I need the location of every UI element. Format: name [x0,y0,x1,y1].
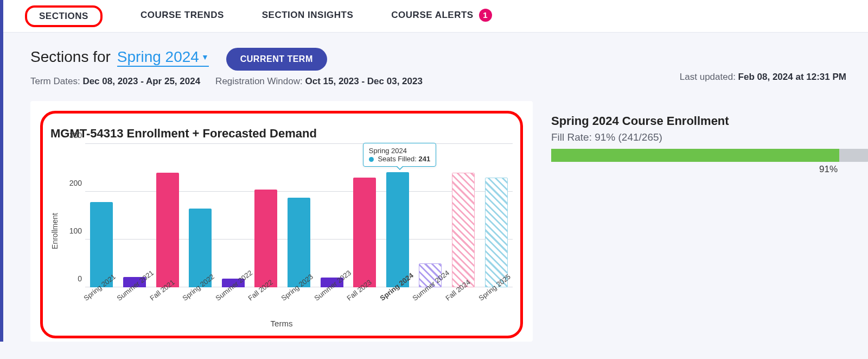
chart-bar[interactable] [156,173,179,287]
last-updated: Last updated: Feb 08, 2024 at 12:31 PM [680,72,846,83]
chart-bar[interactable] [485,178,508,287]
chart-y-tick: 200 [62,179,82,187]
chart-title: MGMT-54313 Enrollment + Forecasted Deman… [50,127,513,141]
last-updated-label: Last updated: [680,72,736,82]
tooltip-value: 241 [419,155,431,163]
chart-y-tick: 100 [62,226,82,235]
course-enrollment-title: Spring 2024 Course Enrollment [551,114,868,128]
chart-bar[interactable] [452,173,475,287]
term-select-value: Spring 2024 [117,48,199,66]
term-dates-label: Term Dates: [30,76,80,86]
chart-bar[interactable] [254,190,277,287]
registration-window: Registration Window: Oct 15, 2023 - Dec … [215,76,423,87]
tab-course-trends[interactable]: COURSE TRENDS [141,0,224,32]
last-updated-value: Feb 08, 2024 at 12:31 PM [738,72,846,82]
registration-window-label: Registration Window: [215,76,303,86]
registration-window-value: Oct 15, 2023 - Dec 03, 2023 [305,76,422,86]
fill-rate-progress-bar [551,149,868,162]
alerts-count-badge: 1 [479,9,492,22]
chevron-down-icon: ▼ [201,53,209,61]
chart-y-axis-label: Enrollment [50,213,59,249]
current-term-pill: CURRENT TERM [226,48,327,71]
tooltip-term: Spring 2024 [369,147,431,155]
tab-section-insights[interactable]: SECTION INSIGHTS [262,0,354,32]
term-dates: Term Dates: Dec 08, 2023 - Apr 25, 2024 [30,76,200,87]
fill-rate-progress-fill [551,149,839,162]
chart-y-tick: 0 [62,274,82,283]
enrollment-chart-highlight-box: MGMT-54313 Enrollment + Forecasted Deman… [40,111,523,338]
chart-tooltip: Spring 2024 Seats Filled: 241 [363,143,437,167]
tab-course-alerts[interactable]: COURSE ALERTS 1 [391,0,492,32]
term-select-dropdown[interactable]: Spring 2024 ▼ [117,48,209,67]
enrollment-chart-card: MGMT-54313 Enrollment + Forecasted Deman… [30,101,533,342]
chart-bar[interactable] [386,172,409,287]
chart-bar[interactable] [353,178,376,287]
fill-rate-percent-label: 91% [551,164,868,175]
chart-plot-area: Spring 2021Summer 2021Fall 2021Spring 20… [62,144,513,318]
page-title-prefix: Sections for [30,48,111,66]
tooltip-series-label: Seats Filled: [378,155,417,163]
tabs-bar: SECTIONS COURSE TRENDS SECTION INSIGHTS … [3,0,868,33]
tooltip-series-dot-icon [369,157,374,162]
term-dates-value: Dec 08, 2023 - Apr 25, 2024 [82,76,200,86]
tab-course-alerts-label: COURSE ALERTS [391,10,473,21]
tab-sections[interactable]: SECTIONS [25,5,103,27]
course-enrollment-card: Spring 2024 Course Enrollment Fill Rate:… [551,101,868,342]
page-title: Sections for Spring 2024 ▼ CURRENT TERM [30,48,423,71]
fill-rate-text: Fill Rate: 91% (241/265) [551,131,868,143]
chart-y-tick: 300 [62,131,82,140]
chart-x-axis-label: Terms [50,319,513,328]
